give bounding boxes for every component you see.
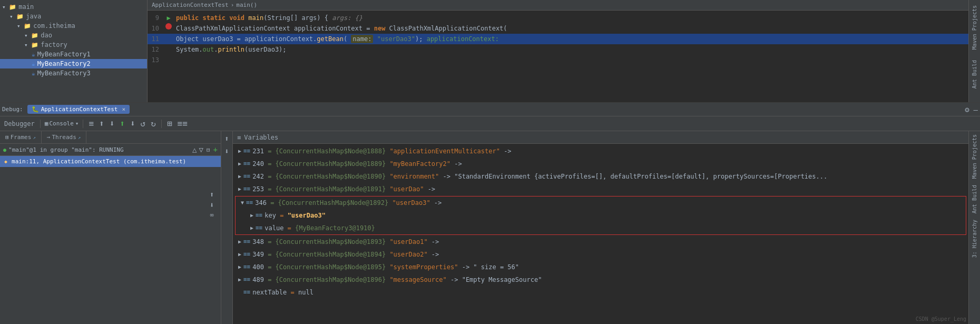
var-row-v5[interactable]: ▼≡≡346 = {ConcurrentHashMap$Node@1892} "… [236,197,966,209]
debug-bar: Debug: 🐛 ApplicationContextTest × ⚙ — [0,103,980,116]
tree-item-com-itheima[interactable]: ▾ 📁 com.itheima [0,21,147,31]
toolbar-btn-down1[interactable]: ⬇ [109,117,116,130]
var-row-v2[interactable]: ▶≡≡240 = {ConcurrentHashMap$Node@1889} "… [233,158,968,170]
right-panel: Maven Projects Ant Build [968,0,980,102]
console-dropdown[interactable]: ▾ [75,120,79,127]
var-row-v7[interactable]: ▶≡≡349 = {ConcurrentHashMap$Node@1894} "… [233,248,968,261]
panel-tabs: ⊞ Frames ↗ → Threads ↗ [0,131,221,144]
thread-add[interactable]: + [213,145,218,154]
variables-label: Variables [244,134,278,141]
step-over-btn[interactable]: ⬆ [210,190,214,199]
var-row-v4[interactable]: ▶≡≡253 = {ConcurrentHashMap$Node@1891} "… [233,183,968,195]
minimize-icon[interactable]: — [974,105,978,114]
maven-projects-label[interactable]: Maven Projects [971,2,978,53]
var-row-v6[interactable]: ▶≡≡348 = {ConcurrentHashMap$Node@1893} "… [233,235,968,248]
side-buttons: ⬆ ⬇ [221,131,233,324]
ant-label-right[interactable]: Ant Build [971,182,978,217]
frame-icon: ◆ [4,159,7,164]
side-btn-1[interactable]: ⬆ [223,133,230,144]
frames-icon: ⊞ [5,134,9,141]
toolbar-btn-refresh2[interactable]: ↻ [150,117,157,130]
thread-filter[interactable]: ⊟ [207,146,210,153]
var-row-v8[interactable]: ▶≡≡400 = {ConcurrentHashMap$Node@1895} "… [233,261,968,273]
variables-list: ▶≡≡231 = {ConcurrentHashMap$Node@1888} "… [233,144,968,324]
code-line-10: 10 ClassPathXmlApplicationContext applic… [148,23,968,34]
debug-tab-label: ApplicationContextTest [41,106,118,113]
thread-up-arrow[interactable]: △ [192,145,197,154]
run-gutter-9[interactable]: ▶ [163,13,174,23]
breadcrumb: ApplicationContextTest › main() [148,0,968,11]
code-line-13: 13 [148,55,968,65]
frames-panel: ⊞ Frames ↗ → Threads ↗ ● "main"@1 in gro… [0,131,221,324]
debug-tab-close[interactable]: × [122,106,125,113]
settings-icon[interactable]: ⚙ [965,105,969,114]
debug-tab[interactable]: 🐛 ApplicationContextTest × [27,105,130,114]
debugger-label[interactable]: Debugger [3,119,36,129]
tree-item-main[interactable]: ▾ 📁 main [0,2,147,12]
var-row-v1[interactable]: ▶≡≡231 = {ConcurrentHashMap$Node@1888} "… [233,145,968,158]
ant-build-label[interactable]: Ant Build [971,57,978,92]
error-marker-10[interactable] [165,23,172,30]
frame-label: main:11, ApplicationContextTest (com.ith… [12,158,186,165]
var-row-v3[interactable]: ▶≡≡242 = {ConcurrentHashMap$Node@1890} "… [233,170,968,183]
thread-down-arrow[interactable]: ▽ [199,145,203,154]
toolbar-btn-up2[interactable]: ⬆ [119,117,126,130]
console-icon: ▦ [45,120,48,127]
variables-panel: ≡ Variables ▶≡≡231 = {ConcurrentHashMap$… [233,131,968,324]
toolbar-btn-down2[interactable]: ⬇ [129,117,136,130]
step-down-btn[interactable]: ⬇ [210,201,214,209]
thread-status-icon: ● [3,147,6,153]
file-tree: ▾ 📁 main▾ 📁 java▾ 📁 com.itheima▾ 📁 dao▾ … [0,0,148,102]
maven-label-right[interactable]: Maven Projects [971,131,978,182]
threads-icon: → [47,134,51,141]
panels-area: ⊞ Frames ↗ → Threads ↗ ● "main"@1 in gro… [0,131,980,324]
variables-header: ≡ Variables [233,131,968,144]
toolbar-btn-grid[interactable]: ⊞ [166,117,173,130]
right-labels: Maven Projects Ant Build 3: Hierarchy [968,131,980,324]
tab-frames[interactable]: ⊞ Frames ↗ [0,131,42,143]
tab-threads[interactable]: → Threads ↗ [42,131,86,143]
infinity-btn[interactable]: ∞ [210,211,214,219]
red-box-group: ▼≡≡346 = {ConcurrentHashMap$Node@1892} "… [235,196,966,235]
console-label: Console [49,120,73,127]
breadcrumb-method: main() [236,2,257,8]
breadcrumb-class: ApplicationContextTest [152,2,229,8]
code-line-11: 11 Object userDao3 = applicationContext.… [148,34,968,44]
var-row-v9[interactable]: ▶≡≡489 = {ConcurrentHashMap$Node@1896} "… [233,273,968,286]
code-lines: 9 ▶ public static void main(String[] arg… [148,11,968,67]
toolbar: Debugger ▦ Console ▾ ≡ ⬆ ⬇ ⬆ ⬇ ↺ ↻ ⊞ ≡≡ [0,116,980,131]
variables-icon: ≡ [237,134,241,141]
frame-item-main[interactable]: ◆ main:11, ApplicationContextTest (com.i… [0,156,221,167]
tree-item-MyBeanFactory1[interactable]: ☕ MyBeanFactory1 [0,50,147,59]
toolbar-btn-menu[interactable]: ≡ [87,117,95,130]
frames-list: ◆ main:11, ApplicationContextTest (com.i… [0,156,221,324]
var-row-v5a[interactable]: ▶≡≡key = "userDao3" [236,209,966,222]
side-btn-2[interactable]: ⬇ [223,146,230,156]
tree-item-java[interactable]: ▾ 📁 java [0,12,147,21]
watermark: CSDN @Super_Leng [916,316,966,322]
tree-item-dao[interactable]: ▾ 📁 dao [0,31,147,40]
toolbar-btn-refresh1[interactable]: ↺ [140,117,147,130]
thread-selector: ● "main"@1 in group "main": RUNNING △ ▽ … [0,144,221,156]
debug-label: Debug: [2,106,23,113]
code-panel: ApplicationContextTest › main() 9 ▶ publ… [148,0,968,102]
tree-item-MyBeanFactory2[interactable]: ☕ MyBeanFactory2 [0,59,147,68]
hierarchy-label-right[interactable]: 3: Hierarchy [971,217,978,261]
code-line-12: 12 System.out.println(userDao3); [148,44,968,55]
toolbar-btn-lines[interactable]: ≡≡ [177,117,189,130]
tree-item-MyBeanFactory3[interactable]: ☕ MyBeanFactory3 [0,68,147,78]
code-area: ▾ 📁 main▾ 📁 java▾ 📁 com.itheima▾ 📁 dao▾ … [0,0,980,103]
side-step-panel: ⬆ ⬇ ∞ [210,187,214,219]
console-tab[interactable]: ▦ Console ▾ [45,120,79,127]
debug-tab-icon: 🐛 [32,106,39,113]
var-row-v10[interactable]: ≡≡nextTable = null [233,286,968,299]
tree-item-factory[interactable]: ▾ 📁 factory [0,40,147,50]
toolbar-btn-up1[interactable]: ⬆ [98,117,105,130]
code-line-9: 9 ▶ public static void main(String[] arg… [148,13,968,23]
thread-value: "main"@1 in group "main": RUNNING [8,146,190,153]
var-row-v5b[interactable]: ▶≡≡value = {MyBeanFactory3@1910} [236,222,966,234]
